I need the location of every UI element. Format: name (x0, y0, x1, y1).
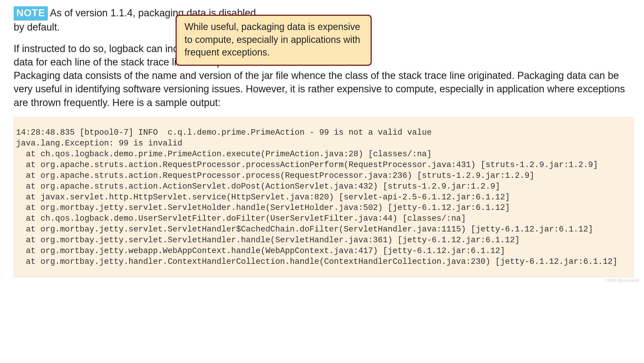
watermark: CSDN @cclovezbf (605, 278, 639, 283)
code-sample: 14:28:48.835 [btpool0-7] INFO c.q.l.demo… (14, 126, 633, 269)
callout-text: While useful, packaging data is expensiv… (185, 21, 360, 58)
page: While useful, packaging data is expensiv… (0, 0, 644, 284)
code-sample-container[interactable]: 14:28:48.835 [btpool0-7] INFO c.q.l.demo… (14, 117, 633, 277)
callout-box: While useful, packaging data is expensiv… (176, 15, 372, 66)
note-paragraph-3: Packaging data consists of the name and … (14, 69, 632, 109)
note-badge: NOTE (14, 6, 48, 21)
